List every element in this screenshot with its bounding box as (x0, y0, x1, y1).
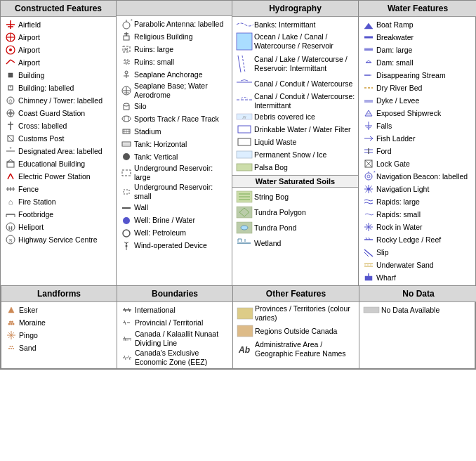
ruins-small-icon: R (119, 56, 134, 67)
list-item: Slip (361, 246, 475, 259)
sand-label: Sand (19, 344, 37, 353)
list-item: Drinkable Water / Water Filter (234, 123, 356, 136)
svg-rect-88 (238, 138, 251, 145)
wall-icon (119, 202, 134, 214)
svg-rect-10 (8, 73, 13, 77)
list-item: Canal / Conduit / Watercourse: Intermitt… (234, 91, 356, 110)
cross-labelled-icon (3, 120, 18, 131)
sand-icon (4, 342, 19, 353)
chimney-label: Chimney / Tower: labelled (18, 96, 103, 105)
ford-label: Ford (376, 147, 392, 156)
well-petro-label: Well: Petroleum (134, 228, 186, 238)
breakwater-icon (361, 32, 376, 43)
list-item: Underground Reservoir: small (119, 182, 230, 201)
list-item: Canada's Exclusive Economic Zone (EEZ) (119, 348, 230, 367)
list-item: Falls (361, 119, 475, 132)
svg-rect-74 (124, 190, 129, 194)
svg-line-142 (364, 249, 373, 257)
nav-beacon-label: Navigation Beacon: labelled (376, 172, 468, 181)
svg-line-22 (8, 136, 13, 141)
customs-icon (3, 133, 18, 144)
wetland-label: Wetland (254, 239, 281, 248)
international-icon (119, 304, 135, 316)
airport2-icon (3, 44, 18, 56)
educational-label: Educational Building (18, 160, 85, 169)
svg-rect-87 (238, 126, 251, 133)
fire-station-label: Fire Station (18, 197, 56, 207)
list-item: No Data Available (362, 304, 475, 316)
wharf-label: Wharf (376, 273, 396, 283)
svg-text:⌂: ⌂ (8, 197, 13, 206)
list-item: Airport (3, 31, 114, 44)
svg-line-27 (8, 174, 11, 179)
footbridge-label: Footbridge (18, 210, 53, 219)
list-item: Wetland (234, 235, 356, 251)
list-item: Moraine (4, 316, 114, 329)
string-bog-icon (234, 190, 254, 204)
palsa-bog-icon (234, 162, 254, 173)
lock-gate-icon (361, 158, 376, 169)
svg-point-81 (126, 245, 128, 247)
list-item: Religious Building (119, 30, 230, 43)
svg-marker-104 (364, 23, 373, 29)
svg-point-127 (367, 175, 370, 178)
dam-small-icon (361, 57, 376, 68)
nav-light-icon (361, 183, 376, 195)
list-item: Dyke / Levee (361, 94, 475, 107)
sports-track-label: Sports Track / Race Track (134, 115, 219, 124)
list-item: Pingo (4, 329, 114, 342)
svg-rect-89 (237, 151, 252, 158)
tank-h-label: Tank: Horizontal (134, 140, 187, 149)
canal-inter-icon (234, 53, 254, 75)
svg-point-51 (125, 71, 128, 74)
falls-label: Falls (376, 122, 392, 131)
list-item: ⌂ Fire Station (3, 195, 114, 208)
pingo-label: Pingo (19, 331, 38, 340)
svg-point-151 (11, 323, 13, 325)
no-data-header: No Data (359, 286, 476, 302)
svg-point-76 (123, 217, 130, 224)
silo-icon (119, 100, 134, 112)
other-features-header: Other Features (233, 286, 359, 302)
list-item: R Ruins: large (119, 43, 230, 56)
svg-line-28 (11, 174, 13, 179)
list-item: Fish Ladder (361, 132, 475, 145)
svg-rect-44 (124, 36, 129, 40)
svg-rect-82 (237, 33, 252, 50)
tundra-poly-icon (234, 205, 254, 219)
ruins-small-label: Ruins: small (134, 58, 174, 67)
wharf-icon (361, 272, 376, 283)
fence-label: Fence (18, 185, 39, 194)
list-item: Disappearing Stream (361, 69, 475, 82)
list-item: Tank: Horizontal (119, 138, 230, 150)
list-item: Rapids: large (361, 195, 475, 208)
svg-rect-175 (237, 308, 253, 319)
svg-point-58 (124, 103, 129, 106)
svg-text:S: S (9, 238, 13, 243)
list-item: Underwater Sand (361, 259, 475, 271)
nav-light-label: Navigation Light (376, 185, 429, 194)
svg-text:Ab: Ab (238, 345, 250, 355)
list-item: Well: Petroleum (119, 227, 230, 240)
underwater-sand-label: Underwater Sand (376, 261, 434, 270)
airport3-icon (3, 57, 18, 68)
list-item: Coast Guard Station (3, 107, 114, 119)
dam-large-icon (361, 44, 376, 56)
rapids-large-label: Rapids: large (376, 197, 420, 207)
list-item: Ford (361, 145, 475, 157)
parabolic-label: Parabolic Antenna: labelled (134, 20, 223, 29)
list-item: Wharf (361, 271, 475, 284)
falls-icon (361, 120, 376, 131)
breakwater-label: Breakwater (376, 33, 414, 42)
string-bog-label: String Bog (254, 193, 289, 202)
svg-text:*: * (9, 145, 11, 152)
drinkable-label: Drinkable Water / Water Filter (254, 125, 351, 134)
heliport-icon: H (3, 221, 18, 233)
designated-icon: * (3, 145, 18, 157)
list-item: Tank: Vertical (119, 150, 230, 163)
eez-icon (119, 352, 135, 363)
banks-icon (234, 19, 254, 30)
perm-snow-label: Permanent Snow / Ice (254, 150, 326, 160)
svg-point-41 (123, 22, 130, 29)
shipwreck-label: Exposed Shipwreck (376, 109, 441, 118)
